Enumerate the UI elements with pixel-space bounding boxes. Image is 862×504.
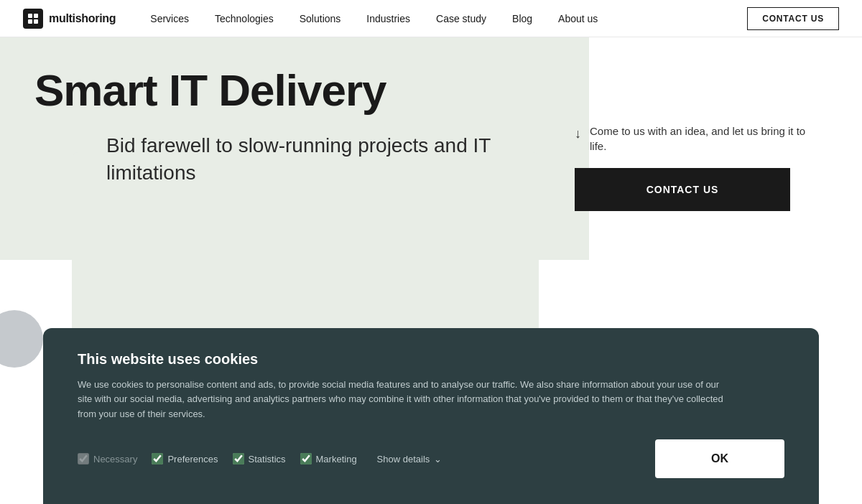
logo[interactable]: multishoring bbox=[23, 9, 116, 29]
checkbox-preferences-label: Preferences bbox=[167, 454, 218, 465]
cookie-checkboxes: Necessary Preferences Statistics Marketi… bbox=[78, 453, 655, 465]
hero-contact-button[interactable]: CONTACT US bbox=[575, 168, 790, 211]
checkbox-statistics[interactable]: Statistics bbox=[233, 453, 286, 465]
nav-item-technologies[interactable]: Technologies bbox=[215, 13, 274, 24]
hero-title: Smart IT Delivery bbox=[34, 66, 828, 115]
nav-item-solutions[interactable]: Solutions bbox=[300, 13, 341, 24]
checkbox-statistics-label: Statistics bbox=[249, 454, 286, 465]
checkbox-marketing-input[interactable] bbox=[300, 453, 312, 465]
checkbox-marketing[interactable]: Marketing bbox=[300, 453, 357, 465]
hero-subtitle: Bid farewell to slow-running projects an… bbox=[106, 132, 523, 187]
checkbox-necessary-label: Necessary bbox=[93, 454, 137, 465]
nav-links: Services Technologies Solutions Industri… bbox=[150, 13, 747, 24]
checkbox-necessary-input[interactable] bbox=[78, 453, 89, 465]
nav-item-industries[interactable]: Industries bbox=[366, 13, 410, 24]
nav-item-case-study[interactable]: Case study bbox=[436, 13, 486, 24]
logo-icon bbox=[23, 9, 43, 29]
logo-text: multishoring bbox=[49, 12, 116, 25]
svg-rect-3 bbox=[34, 19, 38, 24]
navigation: multishoring Services Technologies Solut… bbox=[0, 0, 862, 37]
cookie-controls: Necessary Preferences Statistics Marketi… bbox=[78, 439, 784, 478]
chevron-down-icon: ⌄ bbox=[434, 454, 442, 465]
hero-tagline: ↓ Come to us with an idea, and let us br… bbox=[575, 123, 819, 154]
hero-section: Smart IT Delivery Bid farewell to slow-r… bbox=[0, 37, 862, 346]
show-details-label: Show details bbox=[377, 454, 430, 465]
show-details-toggle[interactable]: Show details ⌄ bbox=[377, 454, 442, 465]
hero-tagline-text: Come to us with an idea, and let us brin… bbox=[590, 123, 819, 154]
nav-item-services[interactable]: Services bbox=[150, 13, 189, 24]
nav-contact-button[interactable]: CONTACT US bbox=[747, 7, 839, 30]
hero-right-panel: ↓ Come to us with an idea, and let us br… bbox=[575, 123, 819, 211]
cookie-banner-text: We use cookies to personalise content an… bbox=[78, 378, 724, 422]
checkbox-necessary[interactable]: Necessary bbox=[78, 453, 137, 465]
checkbox-preferences[interactable]: Preferences bbox=[152, 453, 218, 465]
checkbox-statistics-input[interactable] bbox=[233, 453, 244, 465]
svg-rect-2 bbox=[28, 19, 32, 24]
checkbox-marketing-label: Marketing bbox=[316, 454, 357, 465]
cookie-ok-button[interactable]: OK bbox=[655, 439, 784, 478]
nav-item-about-us[interactable]: About us bbox=[558, 13, 598, 24]
svg-rect-0 bbox=[28, 14, 32, 18]
cookie-banner: This website uses cookies We use cookies… bbox=[43, 328, 819, 504]
arrow-down-icon: ↓ bbox=[575, 125, 581, 143]
nav-item-blog[interactable]: Blog bbox=[512, 13, 532, 24]
svg-rect-1 bbox=[34, 14, 38, 18]
cookie-banner-title: This website uses cookies bbox=[78, 351, 784, 368]
checkbox-preferences-input[interactable] bbox=[152, 453, 163, 465]
